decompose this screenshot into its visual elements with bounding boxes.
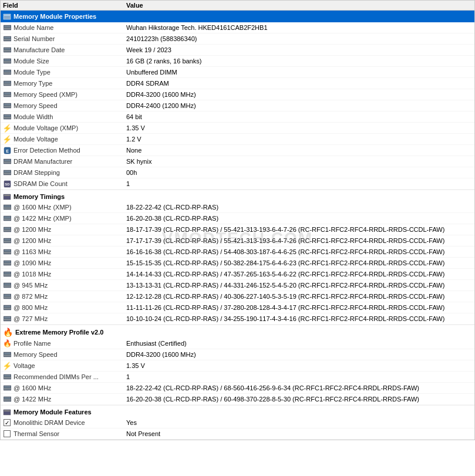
value-cell: Week 19 / 2023 — [126, 46, 472, 53]
field-label: Module Type — [14, 69, 50, 76]
field-cell: @ 1600 MHz (XMP) — [3, 203, 126, 211]
field-label: @ 945 MHz — [14, 282, 48, 289]
field-label: Module Voltage — [14, 136, 58, 143]
svg-rect-182 — [9, 319, 9, 320]
svg-rect-138 — [4, 263, 5, 265]
svg-rect-61 — [5, 106, 6, 107]
mem-icon — [3, 79, 11, 87]
value-cell: DDR4-3200 (1600 MHz) — [126, 351, 472, 358]
field-cell: Module Name — [3, 23, 126, 32]
svg-rect-217 — [4, 410, 10, 411]
svg-rect-8 — [9, 28, 9, 29]
svg-rect-28 — [4, 61, 5, 63]
svg-rect-151 — [10, 274, 11, 276]
field-column-header: Field — [3, 2, 126, 9]
svg-rect-139 — [5, 263, 6, 265]
svg-rect-83 — [10, 161, 11, 163]
svg-rect-149 — [8, 274, 8, 276]
svg-rect-107 — [5, 218, 6, 220]
svg-rect-27 — [4, 59, 11, 60]
svg-rect-132 — [6, 252, 7, 254]
value-cell: 17-17-17-39 (CL-RCD-RP-RAS) / 55-421-313… — [126, 237, 472, 244]
svg-rect-51 — [4, 93, 11, 94]
svg-rect-166 — [9, 296, 9, 298]
svg-rect-157 — [8, 285, 8, 287]
field-label: @ 1422 MHz — [14, 396, 51, 403]
xmp-section-title: Extreme Memory Profile v2.0 — [15, 329, 103, 336]
svg-rect-205 — [8, 388, 8, 390]
svg-rect-194 — [4, 377, 5, 379]
field-cell: @ 1200 MHz — [3, 237, 126, 245]
svg-rect-130 — [4, 252, 5, 254]
svg-rect-133 — [8, 252, 8, 254]
value-cell: 24101223h (588386340) — [126, 35, 472, 42]
value-cell: 16-16-16-38 (CL-RCD-RP-RAS) / 54-408-303… — [126, 248, 472, 255]
field-cell: Manufacture Date — [3, 46, 126, 54]
field-cell: @ 1090 MHz — [3, 259, 126, 267]
main-table: Field Value Memory Module Properties Mod… — [0, 0, 475, 440]
field-cell: Memory Type — [3, 79, 126, 87]
svg-rect-20 — [4, 50, 5, 52]
svg-rect-31 — [8, 61, 8, 63]
svg-rect-118 — [9, 229, 9, 231]
value-cell: 1.35 V — [126, 362, 472, 369]
svg-rect-123 — [5, 241, 6, 242]
svg-rect-159 — [10, 285, 11, 287]
svg-rect-53 — [5, 94, 6, 96]
field-cell: Memory Speed — [3, 350, 126, 359]
table-row: Module NameWuhan Hikstorage Tech. HKED41… — [1, 22, 474, 33]
svg-rect-154 — [4, 285, 5, 287]
mem-icon — [3, 292, 11, 301]
field-cell: @ 1200 MHz — [3, 225, 126, 234]
field-label: @ 800 MHz — [14, 304, 48, 311]
field-label: @ 1200 MHz — [14, 226, 51, 233]
table-header: Field Value — [1, 1, 474, 11]
mem-icon — [3, 113, 11, 121]
value-cell: Not Present — [126, 430, 472, 437]
value-cell: 18-22-22-42 (CL-RCD-RP-RAS) / 68-560-416… — [126, 384, 472, 391]
field-cell: @ 1422 MHz (XMP) — [3, 214, 126, 222]
field-label: Profile Name — [14, 340, 51, 347]
svg-rect-39 — [8, 72, 8, 74]
value-cell: 11-11-11-26 (CL-RCD-RP-RAS) / 37-280-208… — [126, 304, 472, 311]
field-label: @ 1600 MHz — [14, 384, 51, 391]
features-section-title: Memory Module Features — [14, 409, 92, 416]
table-row: @ 800 MHz11-11-11-26 (CL-RCD-RP-RAS) / 3… — [1, 302, 474, 313]
value-cell: 1 — [126, 373, 472, 380]
svg-rect-189 — [8, 355, 8, 356]
value-cell: Yes — [126, 419, 472, 426]
field-label: Memory Type — [14, 80, 52, 87]
svg-rect-3 — [4, 26, 11, 27]
svg-rect-195 — [5, 377, 6, 379]
value-cell: DDR4 SDRAM — [126, 80, 472, 87]
field-cell: ✓Monolithic DRAM Device — [3, 418, 126, 427]
field-cell: Recommended DIMMs Per ... — [3, 373, 126, 381]
module-properties-rows: Module NameWuhan Hikstorage Tech. HKED41… — [1, 22, 474, 190]
svg-rect-41 — [10, 72, 11, 74]
table-row: @ 1600 MHz18-22-22-42 (CL-RCD-RP-RAS) / … — [1, 383, 474, 394]
table-row: EError Detection MethodNone — [1, 145, 474, 156]
table-row: Memory TypeDDR4 SDRAM — [1, 78, 474, 89]
field-cell: @ 1600 MHz — [3, 384, 126, 392]
mem-icon — [3, 350, 11, 359]
value-cell: 14-14-14-33 (CL-RCD-RP-RAS) / 47-357-265… — [126, 271, 472, 278]
table-row: Memory SpeedDDR4-3200 (1600 MHz) — [1, 349, 474, 360]
table-row: Serial Number24101223h (588386340) — [1, 33, 474, 45]
svg-rect-185 — [4, 353, 11, 354]
value-cell: 18-22-22-42 (CL-RCD-RP-RAS) — [126, 204, 472, 211]
svg-rect-11 — [4, 37, 11, 38]
field-cell: @ 1163 MHz — [3, 248, 126, 256]
field-cell: DRAM Manufacturer — [3, 157, 126, 166]
field-label: @ 727 MHz — [14, 315, 48, 322]
svg-rect-207 — [10, 388, 11, 390]
value-cell: 64 bit — [126, 113, 472, 120]
table-row: 🔥Profile NameEnthusiast (Certified) — [1, 338, 474, 349]
value-cell: DDR4-2400 (1200 MHz) — [126, 102, 472, 109]
svg-rect-121 — [4, 239, 11, 240]
value-cell: 15-15-15-35 (CL-RCD-RP-RAS) / 50-382-284… — [126, 259, 472, 266]
value-cell: 1.35 V — [126, 124, 472, 131]
feature-rows: ✓Monolithic DRAM DeviceYesThermal Sensor… — [1, 417, 474, 440]
svg-rect-106 — [4, 218, 5, 220]
svg-rect-102 — [9, 207, 9, 209]
table-row: Module TypeUnbuffered DIMM — [1, 67, 474, 78]
